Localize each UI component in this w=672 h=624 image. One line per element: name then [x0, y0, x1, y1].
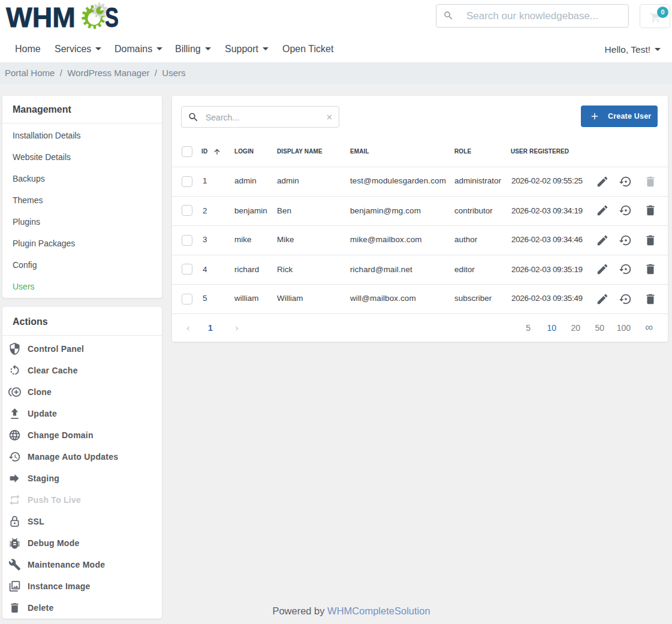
svg-text:S: S	[105, 1, 119, 33]
svg-text:WHM: WHM	[6, 1, 76, 33]
